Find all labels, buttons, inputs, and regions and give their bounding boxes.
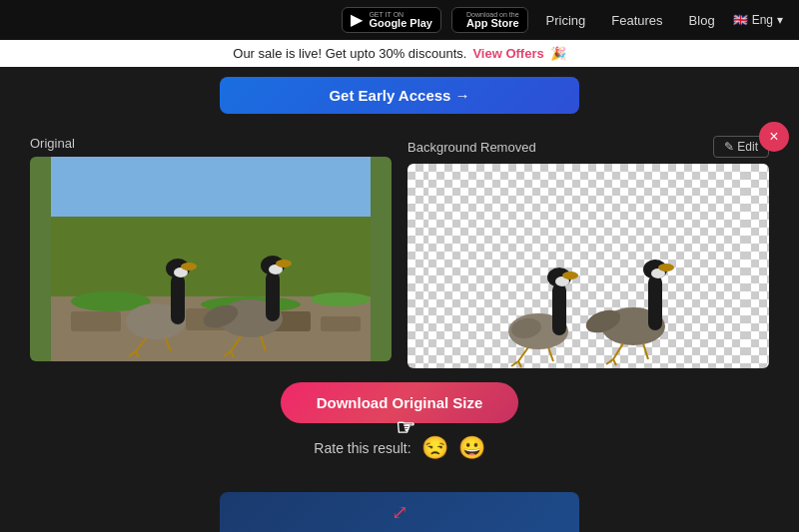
svg-rect-7 bbox=[321, 316, 361, 331]
pricing-link[interactable]: Pricing bbox=[538, 13, 594, 28]
download-button[interactable]: Download Original Size ☞ bbox=[281, 382, 519, 423]
expand-icon: ⤢ bbox=[392, 500, 408, 524]
app-store-big-text: App Store bbox=[466, 18, 519, 29]
svg-point-10 bbox=[311, 292, 371, 306]
sale-banner: Our sale is live! Get upto 30% discounts… bbox=[0, 40, 799, 67]
original-panel: Original bbox=[30, 136, 392, 368]
google-play-big-text: Google Play bbox=[369, 18, 432, 29]
images-row: Original bbox=[30, 136, 769, 368]
thumbs-down-button[interactable]: 😒 bbox=[421, 435, 448, 461]
bottom-bar: ⤢ bbox=[220, 492, 579, 532]
google-play-btn[interactable]: ▶ GET IT ON Google Play bbox=[342, 7, 441, 33]
view-offers-link[interactable]: View Offers bbox=[472, 46, 543, 61]
original-image-svg bbox=[30, 157, 392, 361]
download-section: Download Original Size ☞ Rate this resul… bbox=[30, 382, 769, 461]
svg-point-39 bbox=[562, 271, 578, 279]
svg-rect-46 bbox=[648, 275, 662, 330]
thumbs-up-button[interactable]: 😀 bbox=[458, 435, 485, 461]
chevron-down-icon: ▾ bbox=[777, 13, 783, 27]
removed-image bbox=[407, 164, 769, 368]
lang-text: Eng bbox=[752, 13, 773, 27]
svg-rect-3 bbox=[71, 311, 121, 331]
sale-text: Our sale is live! Get upto 30% discounts… bbox=[233, 46, 466, 61]
svg-point-49 bbox=[658, 264, 674, 271]
original-image bbox=[30, 157, 392, 361]
language-selector[interactable]: 🇬🇧 Eng ▾ bbox=[733, 13, 783, 27]
original-label: Original bbox=[30, 136, 75, 151]
flag-icon: 🇬🇧 bbox=[733, 13, 748, 27]
svg-rect-34 bbox=[428, 164, 748, 368]
svg-rect-36 bbox=[552, 283, 566, 335]
svg-point-15 bbox=[181, 263, 197, 270]
svg-rect-21 bbox=[266, 271, 280, 321]
navbar: ▶ GET IT ON Google Play Download on the … bbox=[0, 0, 799, 40]
removed-panel: Background Removed ✎ Edit bbox=[407, 136, 769, 368]
svg-rect-12 bbox=[171, 274, 185, 324]
rate-label: Rate this result: bbox=[314, 440, 410, 456]
google-play-icon: ▶ bbox=[351, 12, 363, 28]
close-button[interactable]: × bbox=[759, 122, 789, 152]
early-access-button[interactable]: Get Early Access → bbox=[220, 77, 579, 114]
rating-row: Rate this result: 😒 😀 bbox=[314, 435, 484, 461]
removed-label: Background Removed bbox=[407, 140, 536, 155]
removed-image-svg bbox=[407, 164, 769, 368]
main-content: × Original bbox=[0, 122, 799, 471]
blog-link[interactable]: Blog bbox=[681, 13, 723, 28]
sale-emoji: 🎉 bbox=[550, 46, 566, 61]
app-store-btn[interactable]: Download on the App Store bbox=[451, 7, 528, 33]
cta-section: Get Early Access → bbox=[0, 67, 799, 122]
svg-point-24 bbox=[276, 260, 292, 267]
features-link[interactable]: Features bbox=[603, 13, 670, 28]
